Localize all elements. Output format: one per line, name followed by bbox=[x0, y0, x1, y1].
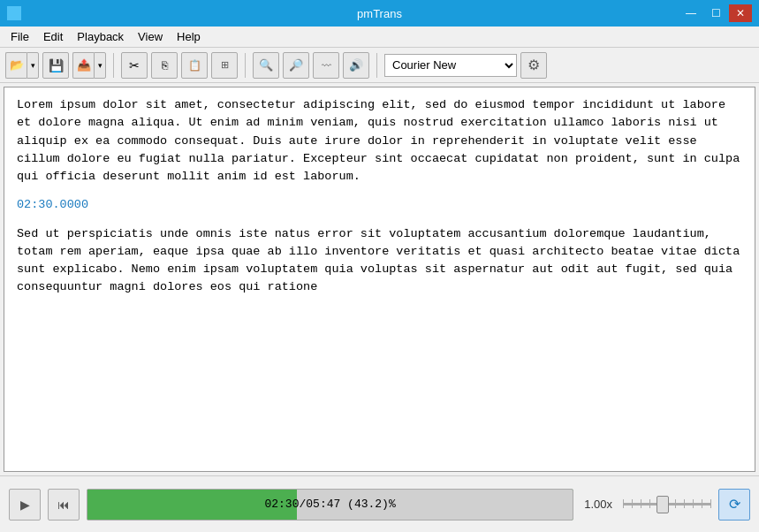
open-button[interactable]: 📂 bbox=[5, 52, 27, 79]
paragraph-1: Lorem ipsum dolor sit amet, consectetur … bbox=[17, 96, 742, 186]
paragraph-2: Sed ut perspiciatis unde omnis iste natu… bbox=[17, 225, 742, 297]
window-title: pmTrans bbox=[357, 7, 402, 20]
minimize-button[interactable]: — bbox=[679, 4, 702, 22]
separator-1 bbox=[113, 53, 114, 78]
maximize-button[interactable]: ☐ bbox=[704, 4, 727, 22]
timestamp-marker: 02:30.0000 bbox=[17, 196, 742, 214]
editor-area[interactable]: Lorem ipsum dolor sit amet, consectetur … bbox=[4, 87, 755, 472]
export-dropdown-arrow[interactable]: ▾ bbox=[94, 52, 106, 79]
speed-label: 1.00x bbox=[581, 498, 616, 511]
separator-3 bbox=[376, 53, 377, 78]
menu-file[interactable]: File bbox=[4, 28, 36, 45]
settings-button[interactable]: ⚙ bbox=[520, 52, 547, 79]
window-controls: — ☐ ✕ bbox=[679, 4, 752, 22]
menu-playback[interactable]: Playback bbox=[70, 28, 131, 45]
title-bar: pmTrans — ☐ ✕ bbox=[0, 0, 759, 27]
menu-view[interactable]: View bbox=[131, 28, 170, 45]
insert-timestamp-button[interactable]: ⊞ bbox=[211, 52, 238, 79]
waveform-button[interactable]: 〰 bbox=[313, 52, 339, 79]
loop-button[interactable]: ⟳ bbox=[718, 489, 750, 521]
play-button[interactable]: ▶ bbox=[9, 489, 41, 521]
font-selector[interactable]: Courier New Arial Times New Roman bbox=[384, 54, 517, 77]
separator-2 bbox=[245, 53, 246, 78]
copy-button[interactable]: ⎘ bbox=[151, 52, 178, 79]
speed-slider-container bbox=[623, 496, 711, 513]
play-icon: ▶ bbox=[20, 498, 30, 512]
save-button[interactable]: 💾 bbox=[42, 52, 69, 79]
player-bar: ▶ ⏮ 02:30/05:47 (43.2)% 1.00x bbox=[0, 475, 759, 532]
paste-button[interactable]: 📋 bbox=[181, 52, 208, 79]
menu-edit[interactable]: Edit bbox=[36, 28, 70, 45]
export-button-group: 📤 ▾ bbox=[72, 52, 106, 79]
speed-slider[interactable] bbox=[623, 496, 711, 513]
skip-button[interactable]: ⏮ bbox=[48, 489, 80, 521]
zoom-in-button[interactable]: 🔍 bbox=[253, 52, 279, 79]
app-icon bbox=[7, 6, 21, 20]
slider-track bbox=[623, 503, 711, 505]
toolbar: 📂 ▾ 💾 📤 ▾ ✂ ⎘ 📋 ⊞ 🔍 🔎 〰 🔊 Courier New Ar… bbox=[0, 48, 759, 83]
close-button[interactable]: ✕ bbox=[729, 4, 752, 22]
skip-icon: ⏮ bbox=[57, 498, 70, 512]
open-dropdown-arrow[interactable]: ▾ bbox=[27, 52, 39, 79]
speaker-button[interactable]: 🔊 bbox=[343, 52, 369, 79]
progress-text: 02:30/05:47 (43.2)% bbox=[264, 498, 395, 511]
open-button-group: 📂 ▾ bbox=[5, 52, 39, 79]
zoom-out-button[interactable]: 🔎 bbox=[283, 52, 309, 79]
menu-bar: File Edit Playback View Help bbox=[0, 27, 759, 48]
export-button[interactable]: 📤 bbox=[72, 52, 94, 79]
menu-help[interactable]: Help bbox=[170, 28, 208, 45]
progress-bar[interactable]: 02:30/05:47 (43.2)% bbox=[87, 489, 573, 521]
cut-button[interactable]: ✂ bbox=[121, 52, 148, 79]
slider-thumb[interactable] bbox=[657, 496, 669, 513]
